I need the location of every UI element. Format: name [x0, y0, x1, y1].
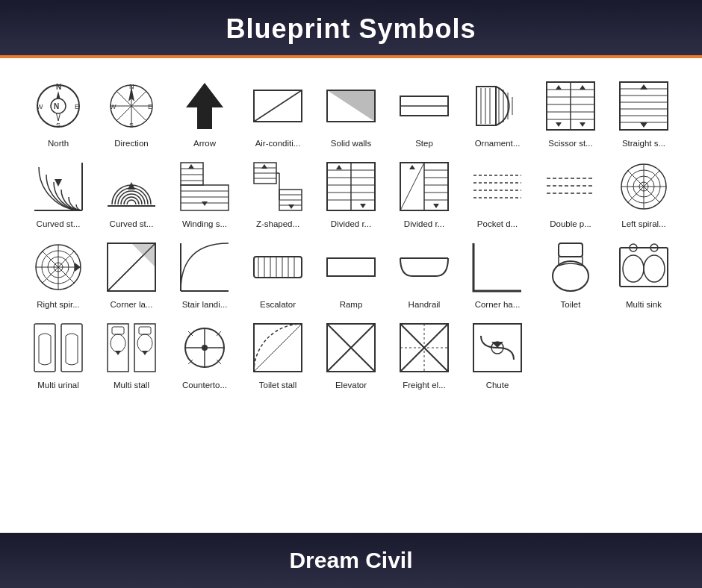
symbol-solid-walls: Solid walls: [315, 73, 387, 151]
symbol-label-toilet-stall: Toilet stall: [259, 381, 297, 390]
corner-landing-icon: [101, 237, 162, 297]
symbol-label-direction: Direction: [114, 139, 148, 148]
symbol-label-corner-handrail: Corner ha...: [475, 300, 521, 309]
symbol-label-left-spiral: Left spiral...: [621, 219, 665, 228]
svg-text:E: E: [148, 103, 152, 110]
symbol-stair-landing: Stair landi...: [169, 234, 240, 312]
svg-point-165: [111, 334, 125, 352]
svg-marker-19: [186, 83, 223, 129]
z-stair-icon: [247, 157, 308, 216]
ornament-icon: [467, 76, 528, 136]
solid-walls-icon: [320, 76, 382, 136]
symbol-countertop: Counterto...: [169, 315, 240, 392]
symbol-z-stair: Z-shaped...: [242, 154, 314, 231]
svg-marker-47: [556, 85, 562, 90]
svg-marker-85: [261, 164, 267, 169]
svg-rect-27: [476, 87, 496, 125]
symbol-corner-handrail: Corner ha...: [462, 234, 533, 312]
svg-marker-23: [327, 90, 375, 122]
svg-marker-169: [142, 351, 148, 355]
symbol-label-escalator: Escalator: [260, 300, 296, 309]
divided-ramp-2-icon: [394, 157, 455, 216]
svg-line-179: [254, 324, 302, 372]
svg-text:E: E: [75, 103, 79, 110]
svg-marker-74: [202, 201, 208, 206]
svg-rect-150: [327, 258, 375, 276]
stair-landing-icon: [174, 237, 235, 297]
empty-2: [608, 315, 680, 392]
symbol-label-right-spiral: Right spir...: [37, 300, 80, 309]
svg-line-21: [254, 90, 302, 122]
toilet-icon: [540, 237, 601, 297]
symbol-double-pocket: Double p...: [535, 154, 606, 231]
symbol-right-spiral: Right spir...: [22, 234, 94, 312]
step-icon: [394, 76, 455, 136]
svg-text:W: W: [37, 103, 43, 110]
symbol-label-elevator: Elevator: [335, 381, 367, 390]
svg-marker-58: [640, 84, 647, 90]
symbol-label-straight-stair: Straight s...: [622, 139, 665, 148]
right-spiral-icon: [28, 237, 89, 297]
symbol-label-multi-urinal: Multi urinal: [37, 381, 79, 390]
svg-rect-167: [139, 327, 151, 334]
svg-point-158: [623, 255, 644, 282]
symbol-label-winding-stair: Winding s...: [182, 219, 227, 228]
north-icon: N W E S N: [28, 76, 89, 136]
svg-rect-160: [34, 324, 55, 372]
svg-rect-151: [559, 243, 583, 257]
symbol-label-stair-landing: Stair landi...: [182, 300, 228, 309]
chute-icon: [467, 318, 528, 378]
svg-point-159: [644, 255, 665, 282]
symbol-label-corner-landing: Corner la...: [111, 300, 153, 309]
multi-urinal-icon: [28, 318, 89, 378]
symbol-label-pocket-door: Pocket d...: [477, 219, 518, 228]
symbol-label-north: North: [48, 139, 69, 148]
arrow-icon: [174, 76, 235, 136]
symbol-label-double-pocket: Double p...: [550, 219, 591, 228]
svg-text:S: S: [56, 122, 60, 129]
symbol-label-divided-ramp-2: Divided r...: [404, 219, 444, 228]
symbol-divided-ramp-1: Divided r...: [315, 154, 387, 231]
divided-ramp-1-icon: [320, 157, 382, 216]
countertop-icon: [174, 318, 235, 378]
svg-marker-100: [360, 204, 366, 208]
svg-marker-64: [128, 182, 135, 190]
svg-text:N: N: [54, 102, 59, 110]
symbol-label-step: Step: [415, 139, 433, 148]
symbol-multi-urinal: Multi urinal: [22, 315, 94, 392]
symbol-toilet-stall: Toilet stall: [242, 315, 314, 392]
toilet-stall-icon: [247, 318, 308, 378]
multi-sink-icon: [613, 237, 674, 297]
empty-1: [535, 315, 606, 392]
double-pocket-icon: [540, 157, 601, 216]
svg-point-168: [137, 334, 152, 352]
scissor-stair-icon: [540, 76, 601, 136]
symbol-label-arrow: Arrow: [193, 139, 216, 148]
svg-rect-161: [61, 324, 82, 372]
symbol-escalator: Escalator: [242, 234, 314, 312]
svg-line-138: [108, 243, 155, 291]
symbol-label-ornament: Ornament...: [475, 139, 521, 148]
escalator-icon: [247, 237, 308, 297]
direction-icon: N W E S: [101, 76, 162, 136]
symbol-scissor-stair: Scissor st...: [535, 73, 606, 151]
ac-icon: [247, 76, 308, 136]
svg-marker-99: [336, 165, 342, 169]
symbol-chute: Chute: [462, 315, 533, 392]
freight-elevator-icon: [394, 318, 455, 378]
footer-title: Dream Civil: [15, 548, 687, 573]
elevator-icon: [320, 318, 382, 378]
symbol-label-freight-elevator: Freight el...: [403, 381, 446, 390]
svg-marker-86: [288, 204, 294, 209]
symbols-grid: N W E S N North N W: [22, 73, 680, 392]
symbol-corner-landing: Corner la...: [96, 234, 167, 312]
symbol-label-solid-walls: Solid walls: [331, 139, 371, 148]
symbol-label-ramp: Ramp: [340, 300, 363, 309]
svg-rect-163: [134, 324, 155, 372]
svg-rect-162: [108, 324, 128, 372]
symbol-label-multi-sink: Multi sink: [626, 300, 662, 309]
svg-marker-50: [580, 122, 585, 127]
symbol-winding-stair: Winding s...: [169, 154, 240, 231]
symbol-label-scissor-stair: Scissor st...: [548, 139, 592, 148]
symbol-direction: N W E S Direction: [96, 73, 167, 151]
